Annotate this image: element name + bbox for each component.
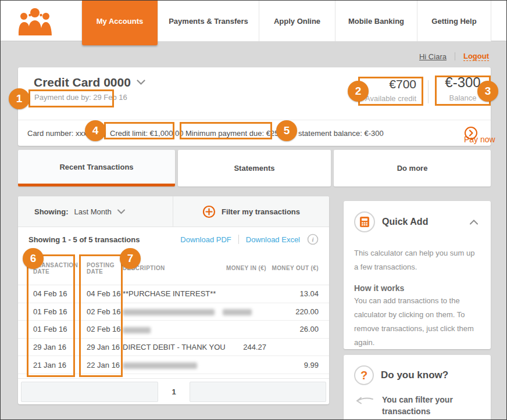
pay-now-label: Pay now [464, 135, 495, 144]
results-summary: Showing 1 - 5 of 5 transactions [28, 235, 180, 244]
cell-money-out: 220.00 [266, 307, 329, 316]
pagination: 1 [18, 378, 329, 404]
do-you-know-panel: ? Do you know? You can filter your trans… [344, 355, 491, 420]
tab-do-more[interactable]: Do more [334, 150, 491, 186]
table-row[interactable]: 01 Feb 1602 Feb 1626.00 [18, 321, 329, 339]
statement-balance: statement balance: €-300 [298, 129, 384, 138]
col-money-in: MONEY IN (€) [226, 265, 266, 271]
quick-add-header: Quick Add [354, 211, 480, 232]
cell-transaction-date: 21 Jan 16 [18, 361, 76, 369]
chevron-down-icon[interactable] [137, 80, 145, 85]
credit-limit: Credit limit: €1,000.00 [110, 129, 183, 138]
callout-5: 5 [276, 120, 297, 141]
do-you-know-title: Do you know? [381, 369, 480, 381]
pagination-next-area[interactable] [190, 382, 326, 402]
filter-transactions-button[interactable]: Filter my transactions [173, 196, 329, 227]
session-divider [455, 52, 455, 60]
do-you-know-header: ? Do you know? [354, 365, 480, 385]
pay-now-button[interactable]: Pay now [464, 126, 478, 140]
account-selector[interactable]: Credit Card 0000 [34, 76, 145, 89]
table-row[interactable]: 21 Jan 1622 Jan 169.99 [18, 356, 329, 374]
cell-description: **PURCHASE INTEREST** [123, 289, 226, 298]
col-description: DESCRIPTION [123, 265, 226, 271]
quick-add-title: Quick Add [382, 217, 460, 227]
cell-posting-date: 04 Feb 16 [76, 289, 123, 298]
quick-add-panel: Quick Add This calculator can help you s… [344, 201, 491, 349]
table-row[interactable]: 01 Feb 1602 Feb 16220.00 [18, 303, 329, 321]
showing-label: Showing: [34, 207, 69, 216]
nav-tab-apply-online[interactable]: Apply Online [259, 1, 335, 41]
cell-posting-date: 22 Jan 16 [76, 361, 123, 369]
chevron-up-icon collapse-toggle[interactable] [467, 214, 480, 229]
cell-posting-date: 29 Jan 16 [76, 343, 123, 351]
redacted-text [123, 309, 215, 315]
callout-1: 1 [9, 88, 30, 109]
nav-tab-my-accounts[interactable]: My Accounts [82, 1, 158, 45]
plus-circle-icon [202, 205, 216, 218]
card-number: Card number: xxxx [27, 129, 91, 138]
cell-transaction-date: 01 Feb 16 [18, 307, 76, 316]
period-value: Last Month [74, 207, 112, 216]
download-excel-link[interactable]: Download Excel [246, 235, 300, 244]
main-nav: My AccountsPayments & TransfersApply Onl… [82, 1, 491, 41]
quick-add-intro: This calculator can help you sum up a fe… [354, 246, 480, 274]
nav-tab-payments-transfers[interactable]: Payments & Transfers [158, 1, 259, 41]
redacted-text [123, 327, 151, 333]
cell-transaction-date: 29 Jan 16 [18, 343, 76, 351]
chevron-down-icon [117, 209, 125, 214]
pagination-prev-area[interactable] [21, 382, 158, 402]
cell-money-out: 13.04 [266, 289, 329, 298]
cell-money-out: 26.00 [266, 325, 329, 333]
top-nav: My AccountsPayments & TransfersApply Onl… [1, 1, 506, 41]
download-links: Download PDF Download Excel i [180, 234, 319, 245]
cell-money-out: 9.99 [266, 361, 329, 369]
nav-tab-mobile-banking[interactable]: Mobile Banking [335, 1, 417, 41]
callout-4: 4 [85, 120, 106, 141]
cell-posting-date: 02 Feb 16 [76, 307, 123, 316]
cell-money-in: 244.27 [226, 343, 266, 351]
table-body: 04 Feb 1604 Feb 16**PURCHASE INTEREST**1… [18, 285, 329, 374]
nav-tab-getting-help[interactable]: Getting Help [417, 1, 491, 41]
logout-link[interactable]: Logout [463, 52, 489, 61]
arrow-left-icon [354, 396, 374, 406]
callout-3: 3 [477, 81, 498, 102]
redacted-text [223, 309, 252, 315]
svg-text:i: i [312, 236, 314, 243]
stat-divider [428, 80, 429, 103]
download-pdf-link[interactable]: Download PDF [180, 235, 231, 244]
link-divider [238, 235, 239, 244]
cell-description [123, 361, 226, 369]
account-title: Credit Card 0000 [34, 76, 131, 89]
how-it-works-title: How it works [354, 283, 480, 293]
tip-row: You can filter your transactions [354, 394, 480, 417]
cell-description: DIRECT DEBIT - THANK YOU [123, 343, 226, 351]
callout-7: 7 [120, 248, 141, 269]
greeting-link[interactable]: Hi Ciara [419, 52, 447, 61]
results-row: Showing 1 - 5 of 5 transactions Download… [18, 227, 329, 252]
period-dropdown[interactable]: Showing: Last Month [18, 196, 173, 227]
cell-description [123, 307, 226, 316]
calculator-icon [354, 211, 375, 232]
callout-6: 6 [23, 248, 44, 269]
how-it-works-body: You can add transactions to the calculat… [354, 294, 480, 350]
cell-transaction-date: 01 Feb 16 [18, 325, 76, 333]
table-header: TRANSACTION DATE POSTING DATE DESCRIPTIO… [18, 252, 329, 285]
filter-label: Filter my transactions [222, 207, 300, 216]
tab-statements[interactable]: Statements [178, 150, 331, 186]
table-row[interactable]: 29 Jan 1629 Jan 16DIRECT DEBIT - THANK Y… [18, 339, 329, 357]
tip-title: You can filter your transactions [382, 394, 469, 417]
pagination-current-page[interactable]: 1 [158, 382, 190, 402]
cell-description [123, 325, 226, 333]
redacted-text [123, 362, 197, 369]
col-posting-date: POSTING DATE [76, 262, 123, 275]
question-icon: ? [354, 365, 374, 385]
bank-logo people-icon[interactable] [17, 8, 54, 35]
cell-posting-date: 02 Feb 16 [76, 325, 123, 333]
col-money-out: MONEY OUT (€) [266, 265, 329, 271]
info-icon[interactable]: i [307, 234, 319, 245]
payment-due-label: Payment due by: 29 Feb 16 [34, 93, 127, 102]
cell-transaction-date: 04 Feb 16 [18, 289, 76, 298]
tab-recent-transactions[interactable]: Recent Transactions [18, 150, 175, 186]
table-row[interactable]: 04 Feb 1604 Feb 16**PURCHASE INTEREST**1… [18, 285, 329, 303]
callout-2: 2 [348, 81, 369, 102]
